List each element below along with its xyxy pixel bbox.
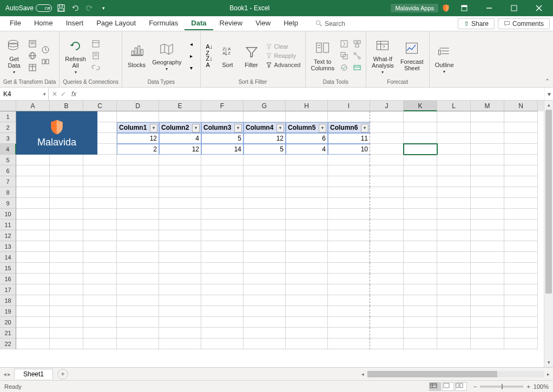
cell[interactable] <box>286 209 328 220</box>
cell[interactable] <box>159 111 201 122</box>
cell[interactable] <box>243 111 286 122</box>
cell[interactable] <box>437 274 471 284</box>
column-header[interactable]: D <box>117 101 159 111</box>
from-table-icon[interactable] <box>27 62 38 73</box>
row-header[interactable]: 9 <box>0 198 16 209</box>
geography-button[interactable]: Geography ▾ <box>150 39 183 72</box>
cell[interactable] <box>243 176 286 187</box>
cell[interactable] <box>504 295 538 306</box>
cell[interactable] <box>50 176 83 187</box>
cell[interactable] <box>404 306 437 317</box>
minimize-button[interactable] <box>478 0 500 16</box>
data-type-nav-right-icon[interactable]: ▸ <box>186 50 197 61</box>
cell[interactable] <box>404 284 437 295</box>
scroll-down-icon[interactable]: ▾ <box>544 358 553 367</box>
cell[interactable] <box>286 241 328 252</box>
cell[interactable] <box>437 122 471 133</box>
cell[interactable] <box>404 176 437 187</box>
tab-page-layout[interactable]: Page Layout <box>90 17 142 30</box>
expand-formula-bar-icon[interactable]: ▾ <box>544 88 553 100</box>
cell[interactable] <box>159 176 201 187</box>
advanced-filter-button[interactable]: Advanced <box>265 61 302 69</box>
cell[interactable] <box>437 317 471 328</box>
cell[interactable] <box>471 176 504 187</box>
whatif-button[interactable]: ? What-If Analysis ▾ <box>370 36 396 76</box>
cell[interactable] <box>437 338 471 349</box>
cell[interactable] <box>286 284 328 295</box>
cell[interactable] <box>286 306 328 317</box>
cell[interactable] <box>404 111 437 122</box>
cell[interactable] <box>504 306 538 317</box>
data-validation-icon[interactable] <box>339 62 350 73</box>
cell[interactable] <box>16 241 50 252</box>
row-header[interactable]: 14 <box>0 252 16 263</box>
row-header[interactable]: 7 <box>0 176 16 187</box>
cell[interactable] <box>471 198 504 209</box>
row-header[interactable]: 21 <box>0 328 16 338</box>
cell[interactable] <box>50 198 83 209</box>
page-break-view-button[interactable] <box>455 382 467 391</box>
tab-view[interactable]: View <box>249 17 277 30</box>
cell[interactable] <box>16 176 50 187</box>
cell[interactable] <box>286 220 328 230</box>
scroll-left-icon[interactable]: ◂ <box>358 371 367 377</box>
cell[interactable] <box>50 284 83 295</box>
cell[interactable] <box>159 274 201 284</box>
cell[interactable] <box>370 274 404 284</box>
cell[interactable] <box>471 111 504 122</box>
cell[interactable] <box>471 328 504 338</box>
cell[interactable] <box>404 187 437 198</box>
row-header[interactable]: 10 <box>0 209 16 220</box>
cell[interactable] <box>286 263 328 274</box>
cell[interactable] <box>159 306 201 317</box>
cell[interactable] <box>117 220 159 230</box>
column-header[interactable]: G <box>243 101 286 111</box>
cell[interactable] <box>286 295 328 306</box>
cell[interactable] <box>201 176 243 187</box>
sheet-tab-active[interactable]: Sheet1 <box>14 369 53 379</box>
cell[interactable] <box>50 230 83 241</box>
tab-formulas[interactable]: Formulas <box>142 17 185 30</box>
cell[interactable] <box>201 209 243 220</box>
column-header[interactable]: F <box>201 101 243 111</box>
cell[interactable] <box>404 328 437 338</box>
cell[interactable] <box>504 220 538 230</box>
cell[interactable] <box>504 133 538 144</box>
cell[interactable] <box>404 274 437 284</box>
table-data-cell[interactable]: 4 <box>286 144 328 155</box>
stocks-button[interactable]: Stocks <box>126 42 148 69</box>
cell[interactable] <box>437 133 471 144</box>
cell[interactable] <box>159 252 201 263</box>
cell[interactable] <box>201 338 243 349</box>
cell[interactable] <box>16 274 50 284</box>
data-model-icon[interactable] <box>352 62 363 73</box>
cell[interactable] <box>370 209 404 220</box>
cell[interactable] <box>83 187 117 198</box>
sort-za-icon[interactable]: Z↓A <box>204 56 215 67</box>
row-header[interactable]: 13 <box>0 241 16 252</box>
cell[interactable] <box>159 263 201 274</box>
cell[interactable] <box>117 111 159 122</box>
cell[interactable] <box>370 187 404 198</box>
tab-help[interactable]: Help <box>277 17 305 30</box>
clear-filter-button[interactable]: Clear <box>265 43 302 50</box>
cell[interactable] <box>159 317 201 328</box>
cell[interactable] <box>243 198 286 209</box>
reapply-button[interactable]: Reapply <box>265 52 302 59</box>
cell[interactable] <box>243 230 286 241</box>
cell[interactable] <box>117 209 159 220</box>
cell[interactable] <box>83 284 117 295</box>
cell[interactable] <box>404 198 437 209</box>
cell[interactable] <box>50 155 83 165</box>
cell[interactable] <box>370 252 404 263</box>
cell[interactable] <box>437 111 471 122</box>
cell[interactable] <box>404 155 437 165</box>
cell[interactable] <box>471 144 504 155</box>
cell[interactable] <box>117 198 159 209</box>
row-header[interactable]: 20 <box>0 317 16 328</box>
cell[interactable] <box>504 317 538 328</box>
refresh-all-button[interactable]: Refresh All ▾ <box>63 36 88 76</box>
save-icon[interactable] <box>56 3 66 13</box>
cell[interactable] <box>328 252 370 263</box>
cell[interactable] <box>504 230 538 241</box>
